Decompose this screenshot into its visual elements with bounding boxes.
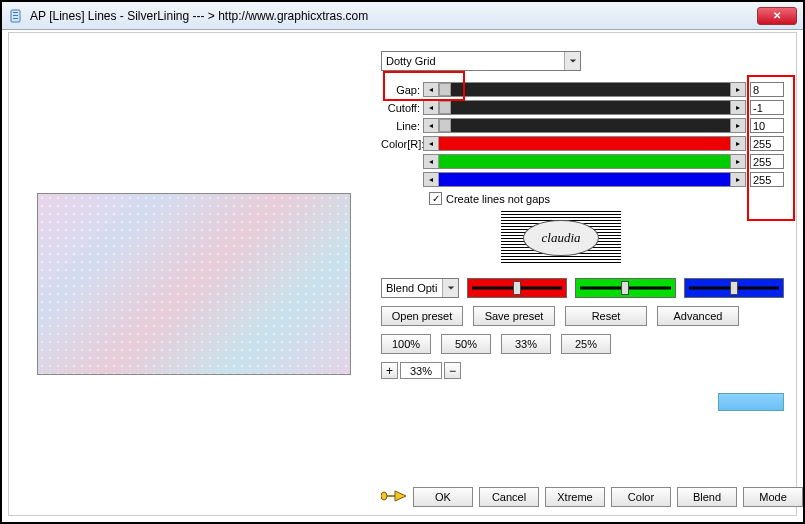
param-cutoff-slider[interactable]: ◂▸ [423, 100, 746, 115]
arrow-left-icon[interactable]: ◂ [424, 173, 439, 186]
color-button[interactable]: Color [611, 487, 671, 507]
blend-slider-blue[interactable] [684, 278, 784, 298]
chevron-down-icon [564, 52, 580, 70]
app-icon [8, 8, 24, 24]
zoom-row: + 33% − [381, 362, 784, 379]
close-button[interactable]: ✕ [757, 7, 797, 25]
param-color-r-slider[interactable]: ◂▸ [423, 136, 746, 151]
param-line-slider[interactable]: ◂▸ [423, 118, 746, 133]
param-color-r-label: Color[R]: [381, 138, 423, 150]
param-gap: Gap: ◂▸ 8 [381, 81, 784, 98]
controls-panel: Dotty Grid Gap: ◂▸ 8 Cutoff: ◂▸ -1 Line:… [381, 51, 784, 507]
ok-button[interactable]: OK [413, 487, 473, 507]
save-preset-button[interactable]: Save preset [473, 306, 555, 326]
advanced-button[interactable]: Advanced [657, 306, 739, 326]
svg-rect-1 [13, 12, 18, 13]
param-color-b: ◂▸ 255 [381, 171, 784, 188]
percent-100-button[interactable]: 100% [381, 334, 431, 354]
preview-image [37, 193, 351, 375]
arrow-right-icon[interactable]: ▸ [730, 173, 745, 186]
arrow-right-icon[interactable]: ▸ [730, 155, 745, 168]
color-swatch[interactable] [718, 393, 784, 411]
preset-combo[interactable]: Dotty Grid [381, 51, 581, 71]
dialog-buttons-row: OK Cancel Xtreme Color Blend Mode [381, 487, 803, 507]
param-color-b-value[interactable]: 255 [750, 172, 784, 187]
blend-combo[interactable]: Blend Opti [381, 278, 459, 298]
blend-button[interactable]: Blend [677, 487, 737, 507]
param-cutoff-value[interactable]: -1 [750, 100, 784, 115]
blend-slider-red[interactable] [467, 278, 567, 298]
param-color-g: ◂▸ 255 [381, 153, 784, 170]
preset-buttons-row: Open preset Save preset Reset Advanced [381, 306, 784, 326]
open-preset-button[interactable]: Open preset [381, 306, 463, 326]
param-line-label: Line: [381, 120, 423, 132]
close-icon: ✕ [773, 10, 781, 21]
percent-50-button[interactable]: 50% [441, 334, 491, 354]
cancel-button[interactable]: Cancel [479, 487, 539, 507]
svg-rect-3 [13, 18, 18, 19]
param-color-g-value[interactable]: 255 [750, 154, 784, 169]
param-color-r: Color[R]: ◂▸ 255 [381, 135, 784, 152]
arrow-left-icon[interactable]: ◂ [424, 101, 439, 114]
mode-button[interactable]: Mode [743, 487, 803, 507]
window-frame: AP [Lines] Lines - SilverLining --- > ht… [0, 0, 805, 524]
arrow-right-icon[interactable]: ▸ [730, 83, 745, 96]
arrow-right-icon[interactable]: ▸ [730, 137, 745, 150]
arrow-right-icon[interactable]: ▸ [730, 101, 745, 114]
svg-point-4 [381, 492, 387, 500]
param-line-value[interactable]: 10 [750, 118, 784, 133]
window-title: AP [Lines] Lines - SilverLining --- > ht… [30, 9, 757, 23]
arrow-left-icon[interactable]: ◂ [424, 119, 439, 132]
preset-combo-text: Dotty Grid [382, 55, 564, 67]
svg-rect-2 [13, 15, 18, 16]
create-lines-checkbox[interactable]: ✓ [429, 192, 442, 205]
create-lines-label: Create lines not gaps [446, 193, 550, 205]
lower-controls: Blend Opti Open preset Save preset Reset… [381, 278, 784, 379]
watermark-text: claudia [523, 220, 599, 256]
create-lines-row: ✓ Create lines not gaps [429, 192, 784, 205]
blend-row: Blend Opti [381, 278, 784, 298]
watermark-logo: claudia [501, 211, 621, 265]
chevron-down-icon [442, 279, 458, 297]
param-color-b-slider[interactable]: ◂▸ [423, 172, 746, 187]
arrow-left-icon[interactable]: ◂ [424, 137, 439, 150]
percent-25-button[interactable]: 25% [561, 334, 611, 354]
blend-slider-green[interactable] [575, 278, 675, 298]
param-cutoff-label: Cutoff: [381, 102, 423, 114]
percent-buttons-row: 100% 50% 33% 25% [381, 334, 784, 354]
zoom-value[interactable]: 33% [400, 362, 442, 379]
zoom-out-button[interactable]: − [444, 362, 461, 379]
arrow-right-icon[interactable]: ▸ [730, 119, 745, 132]
reset-button[interactable]: Reset [565, 306, 647, 326]
blend-combo-text: Blend Opti [382, 282, 442, 294]
zoom-in-button[interactable]: + [381, 362, 398, 379]
param-gap-label: Gap: [381, 84, 423, 96]
arrow-left-icon[interactable]: ◂ [424, 155, 439, 168]
xtreme-button[interactable]: Xtreme [545, 487, 605, 507]
param-line: Line: ◂▸ 10 [381, 117, 784, 134]
param-color-g-slider[interactable]: ◂▸ [423, 154, 746, 169]
pointer-hand-icon [381, 487, 407, 507]
client-area: Dotty Grid Gap: ◂▸ 8 Cutoff: ◂▸ -1 Line:… [8, 32, 797, 516]
param-gap-slider[interactable]: ◂▸ [423, 82, 746, 97]
param-gap-value[interactable]: 8 [750, 82, 784, 97]
param-color-r-value[interactable]: 255 [750, 136, 784, 151]
titlebar[interactable]: AP [Lines] Lines - SilverLining --- > ht… [2, 2, 803, 30]
arrow-left-icon[interactable]: ◂ [424, 83, 439, 96]
param-cutoff: Cutoff: ◂▸ -1 [381, 99, 784, 116]
percent-33-button[interactable]: 33% [501, 334, 551, 354]
